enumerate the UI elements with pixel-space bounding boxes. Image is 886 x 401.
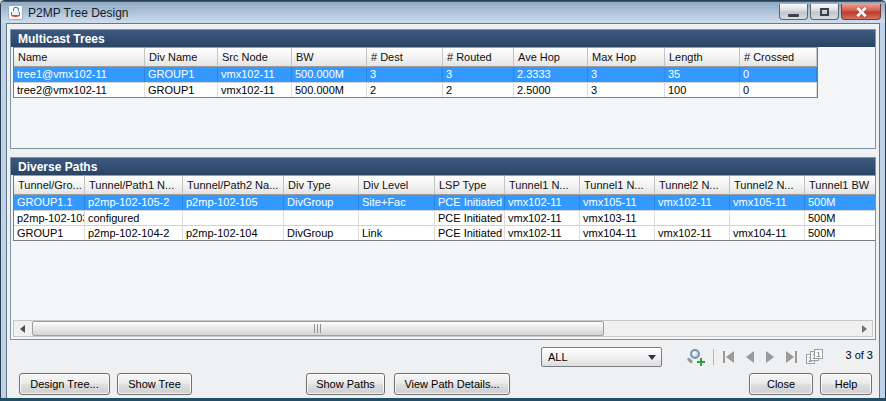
table-cell[interactable]: configured (85, 210, 183, 225)
table-cell[interactable]: 2.3333 (514, 67, 588, 82)
table-cell[interactable]: GROUP1.1 (14, 195, 85, 210)
table-cell[interactable]: Link (359, 225, 435, 240)
table-cell[interactable]: DivGroup (284, 225, 359, 240)
table-cell[interactable] (284, 210, 359, 225)
table-cell[interactable]: vmx105-11 (580, 195, 655, 210)
table-cell[interactable]: p2mp-102-105-2 (85, 195, 183, 210)
table-cell[interactable]: vmx102-11 (505, 225, 580, 240)
column-header[interactable]: Max Hop (588, 47, 665, 67)
column-header[interactable]: Tunnel2 N... (655, 175, 730, 195)
table-cell[interactable]: Site+Fac (359, 195, 435, 210)
maximize-button[interactable] (810, 4, 839, 20)
table-cell[interactable] (359, 210, 435, 225)
column-header[interactable]: Div Type (284, 175, 359, 195)
table-cell[interactable]: vmx102-11 (505, 210, 580, 225)
table-cell[interactable]: vmx104-11 (580, 225, 655, 240)
table-cell[interactable]: 500.000M (292, 67, 367, 82)
search-zoom-button[interactable] (687, 348, 707, 366)
table-cell[interactable]: vmx105-11 (730, 195, 805, 210)
last-row-button[interactable] (783, 351, 800, 363)
diverse-paths-horizontal-scrollbar[interactable] (13, 320, 873, 337)
table-cell[interactable]: tree2@vmx102-11 (14, 82, 145, 97)
next-row-button[interactable] (763, 351, 777, 363)
scroll-right-button[interactable] (856, 321, 872, 336)
table-cell[interactable]: 3 (588, 82, 665, 97)
column-header[interactable]: Tunnel/Path1 N... (85, 175, 183, 195)
table-cell[interactable]: 3 (588, 67, 665, 82)
table-cell[interactable]: vmx102-11 (218, 82, 292, 97)
table-cell[interactable]: GROUP1 (14, 225, 85, 240)
table-cell[interactable]: 3 (443, 67, 514, 82)
table-cell[interactable]: 500.000M (292, 82, 367, 97)
table-cell[interactable]: vmx102-11 (218, 67, 292, 82)
column-header[interactable]: # Dest (367, 47, 443, 67)
table-cell[interactable]: vmx104-11 (730, 225, 805, 240)
column-header[interactable]: BW (292, 47, 367, 67)
table-cell[interactable]: vmx102-11 (655, 195, 730, 210)
column-header[interactable]: Name (14, 47, 145, 67)
table-cell[interactable] (183, 210, 284, 225)
column-header[interactable]: Tunnel2 N... (730, 175, 805, 195)
table-row[interactable]: tree2@vmx102-11GROUP1vmx102-11500.000M22… (14, 82, 817, 97)
column-header[interactable]: Src Node (218, 47, 292, 67)
table-cell[interactable]: PCE Initiated (435, 210, 505, 225)
column-header[interactable]: Div Name (145, 47, 218, 67)
column-header[interactable]: Ave Hop (514, 47, 588, 67)
table-cell[interactable]: 2 (443, 82, 514, 97)
column-header[interactable]: Div Level (359, 175, 435, 195)
column-header[interactable]: Tunnel1 N... (505, 175, 580, 195)
show-tree-button[interactable]: Show Tree (117, 373, 192, 395)
table-cell[interactable]: 500M (805, 210, 875, 225)
table-cell[interactable]: vmx102-11 (505, 195, 580, 210)
table-row[interactable]: GROUP1.1p2mp-102-105-2p2mp-102-105DivGro… (14, 195, 875, 210)
view-path-details-button[interactable]: View Path Details... (394, 373, 510, 395)
table-cell[interactable] (655, 210, 730, 225)
table-cell[interactable]: 500M (805, 225, 875, 240)
table-cell[interactable]: vmx103-11 (580, 210, 655, 225)
table-cell[interactable]: 100 (665, 82, 740, 97)
goto-page-button[interactable]: 2 3 1 (806, 349, 824, 365)
table-cell[interactable]: 0 (740, 82, 817, 97)
design-tree-button[interactable]: Design Tree... (19, 373, 110, 395)
show-paths-button[interactable]: Show Paths (306, 373, 385, 395)
table-cell[interactable]: p2mp-102-104-2 (85, 225, 183, 240)
column-header[interactable]: Tunnel1 N... (580, 175, 655, 195)
scrollbar-thumb[interactable] (32, 321, 604, 336)
table-cell[interactable] (730, 210, 805, 225)
filter-dropdown[interactable]: ALL (541, 347, 662, 367)
first-row-button[interactable] (720, 351, 737, 363)
table-cell[interactable]: PCE Initiated (435, 195, 505, 210)
table-cell[interactable]: DivGroup (284, 195, 359, 210)
column-header[interactable]: Tunnel/Path2 Na... (183, 175, 284, 195)
column-header[interactable]: Length (665, 47, 740, 67)
table-cell[interactable]: 500M (805, 195, 875, 210)
close-window-button[interactable] (841, 4, 881, 20)
table-cell[interactable]: PCE Initiated (435, 225, 505, 240)
table-cell[interactable]: 2 (367, 82, 443, 97)
table-cell[interactable]: p2mp-102-104 (183, 225, 284, 240)
close-button[interactable]: Close (749, 373, 813, 395)
multicast-trees-table[interactable]: NameDiv NameSrc NodeBW# Dest# RoutedAve … (13, 47, 818, 98)
table-cell[interactable]: p2mp-102-105 (183, 195, 284, 210)
table-row[interactable]: p2mp-102-103configuredPCE Initiatedvmx10… (14, 210, 875, 225)
table-row[interactable]: tree1@vmx102-11GROUP1vmx102-11500.000M33… (14, 67, 817, 82)
table-cell[interactable]: GROUP1 (145, 67, 218, 82)
dropdown-arrow-button[interactable] (643, 348, 661, 366)
table-cell[interactable]: vmx102-11 (655, 225, 730, 240)
table-cell[interactable]: 0 (740, 67, 817, 82)
column-header[interactable]: Tunnel1 BW (805, 175, 875, 195)
previous-row-button[interactable] (743, 351, 757, 363)
help-button[interactable]: Help (820, 373, 872, 395)
scroll-left-button[interactable] (14, 321, 30, 336)
column-header[interactable]: LSP Type (435, 175, 505, 195)
column-header[interactable]: # Crossed (740, 47, 817, 67)
titlebar[interactable]: P2MP Tree Design (1, 1, 885, 23)
diverse-paths-table[interactable]: Tunnel/Gro...Tunnel/Path1 N...Tunnel/Pat… (13, 175, 875, 241)
column-header[interactable]: # Routed (443, 47, 514, 67)
minimize-button[interactable] (779, 4, 808, 20)
table-cell[interactable]: p2mp-102-103 (14, 210, 85, 225)
table-cell[interactable]: 2.5000 (514, 82, 588, 97)
table-cell[interactable]: 35 (665, 67, 740, 82)
column-header[interactable]: Tunnel/Gro... (14, 175, 85, 195)
table-cell[interactable]: tree1@vmx102-11 (14, 67, 145, 82)
